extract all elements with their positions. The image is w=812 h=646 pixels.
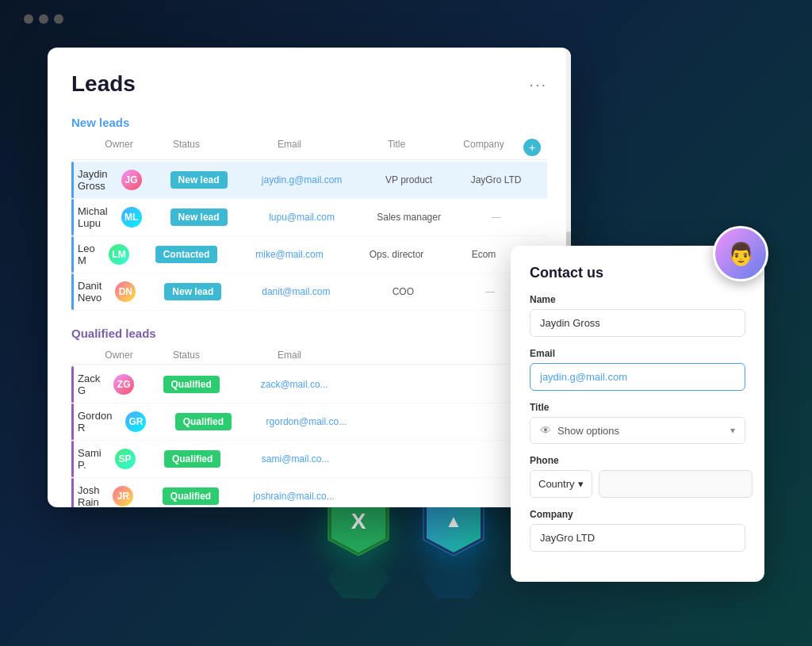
- table-header-qualified: Owner Status Email: [71, 346, 547, 365]
- phone-form-group: Phone Country ▾: [530, 455, 745, 498]
- company-input[interactable]: [530, 524, 745, 552]
- email-cell: sami@mail.co...: [236, 453, 355, 464]
- lead-name: Zack G: [78, 373, 100, 396]
- col-email-q: Email: [230, 350, 349, 361]
- email-cell: jaydin.g@mail.com: [243, 174, 362, 185]
- owner-cell: LM: [95, 244, 143, 265]
- status-cell: New lead: [155, 208, 243, 226]
- email-input[interactable]: [530, 363, 745, 391]
- status-cell: Contacted: [143, 246, 230, 263]
- phone-input[interactable]: [599, 470, 753, 498]
- status-cell: Qualified: [149, 450, 236, 468]
- status-badge: Qualified: [163, 376, 220, 393]
- col-name: [71, 139, 95, 156]
- owner-cell: JG: [108, 170, 155, 190]
- name-label: Name: [530, 294, 745, 305]
- table-row[interactable]: Zack G ZG Qualified zack@mail.co...: [71, 366, 547, 403]
- avatar: LM: [109, 244, 129, 265]
- title-select[interactable]: 👁 Show options ▾: [530, 417, 745, 444]
- country-select[interactable]: Country ▾: [530, 470, 592, 498]
- chevron-down-icon: ▾: [578, 478, 584, 490]
- lead-name-cell: Sami P.: [71, 447, 102, 471]
- table-row[interactable]: Michal Lupu ML New lead lupu@mail.com Sa…: [71, 199, 547, 236]
- title-label: Title: [530, 402, 745, 413]
- country-label: Country: [538, 478, 575, 490]
- title-cell: VP product: [362, 174, 457, 185]
- excel-icon-letter: X: [351, 509, 366, 534]
- traffic-lights: [24, 14, 63, 24]
- status-badge: Qualified: [163, 487, 219, 505]
- lead-name: Jaydin Gross: [78, 168, 108, 192]
- email-form-group: Email: [530, 348, 745, 391]
- company-label: Company: [530, 509, 745, 520]
- traffic-light-close: [24, 14, 33, 24]
- company-form-group: Company: [530, 509, 745, 552]
- table-row[interactable]: Sami P. SP Qualified sami@mail.co...: [71, 441, 547, 478]
- row-indicator: [71, 403, 74, 440]
- row-indicator: [71, 199, 74, 235]
- status-cell: Qualified: [147, 487, 234, 505]
- avatar: DN: [115, 281, 136, 302]
- avatar: JG: [121, 170, 142, 190]
- col-owner-q: Owner: [95, 350, 143, 361]
- lead-name: Leo M: [78, 243, 95, 266]
- company-cell: —: [457, 212, 536, 223]
- lead-name: Sami P.: [78, 447, 102, 471]
- status-badge: New lead: [170, 171, 228, 189]
- title-form-group: Title 👁 Show options ▾: [530, 402, 745, 444]
- lead-name: Michal Lupu: [78, 205, 108, 229]
- more-options-button[interactable]: ···: [529, 75, 547, 94]
- col-title: Title: [349, 139, 444, 156]
- contact-us-panel: Contact us Name Email Title 👁 Show optio…: [511, 246, 764, 582]
- owner-cell: ML: [108, 207, 155, 227]
- col-owner: Owner: [95, 139, 143, 156]
- table-row[interactable]: Danit Nevo DN New lead danit@mail.com CO…: [71, 273, 547, 311]
- table-row[interactable]: Jaydin Gross JG New lead jaydin.g@mail.c…: [71, 162, 547, 199]
- row-indicator: [71, 366, 74, 403]
- lead-name-cell: Danit Nevo: [71, 280, 102, 304]
- excel-reflection: [327, 559, 390, 598]
- page-title: Leads: [71, 71, 136, 97]
- email-cell: lupu@mail.com: [243, 212, 362, 223]
- email-cell: danit@mail.com: [236, 286, 355, 297]
- new-leads-title: New leads: [71, 116, 547, 129]
- status-cell: New lead: [155, 171, 243, 189]
- status-badge: Qualified: [175, 413, 232, 430]
- table-header-new: Owner Status Email Title Company +: [71, 136, 547, 160]
- email-cell: rgordon@mail.co...: [247, 416, 366, 427]
- lead-name-cell: Josh Rain: [71, 484, 99, 507]
- lead-name: Danit Nevo: [78, 280, 102, 304]
- chevron-down-icon: ▾: [730, 425, 735, 436]
- col-company: Company: [444, 139, 523, 156]
- lead-name-cell: Michal Lupu: [71, 205, 108, 229]
- name-form-group: Name: [530, 294, 745, 337]
- owner-cell: JR: [99, 486, 147, 506]
- avatar: SP: [115, 449, 136, 469]
- phone-label: Phone: [530, 455, 745, 466]
- row-indicator: [71, 162, 74, 198]
- lead-name-cell: Zack G: [71, 373, 100, 396]
- lead-name-cell: Gordon R: [71, 410, 112, 434]
- qualified-leads-title: Qualified leads: [71, 327, 547, 340]
- phone-row: Country ▾: [530, 470, 745, 498]
- table-row[interactable]: Josh Rain JR Qualified joshrain@mail.co.…: [71, 478, 547, 507]
- table-row[interactable]: Leo M LM Contacted mike@mail.com Ops. di…: [71, 236, 547, 273]
- table-row[interactable]: Gordon R GR Qualified rgordon@mail.co...: [71, 403, 547, 441]
- status-cell: Qualified: [159, 413, 247, 430]
- eye-icon: 👁: [540, 424, 551, 437]
- col-title-q: [349, 350, 444, 361]
- lead-name: Gordon R: [78, 410, 112, 434]
- lead-name-cell: Leo M: [71, 243, 95, 266]
- col-add: +: [523, 139, 547, 156]
- row-indicator: [71, 478, 74, 507]
- lead-name-cell: Jaydin Gross: [71, 168, 108, 192]
- col-name-q: [71, 350, 95, 361]
- add-column-button[interactable]: +: [523, 139, 541, 156]
- row-indicator: [71, 236, 74, 273]
- name-input[interactable]: [530, 309, 745, 337]
- new-leads-section: New leads Owner Status Email Title Compa…: [71, 116, 547, 311]
- status-cell: Qualified: [147, 376, 235, 393]
- status-badge: New lead: [164, 283, 221, 300]
- owner-cell: ZG: [100, 374, 147, 395]
- company-cell: JayGro LTD: [457, 174, 536, 185]
